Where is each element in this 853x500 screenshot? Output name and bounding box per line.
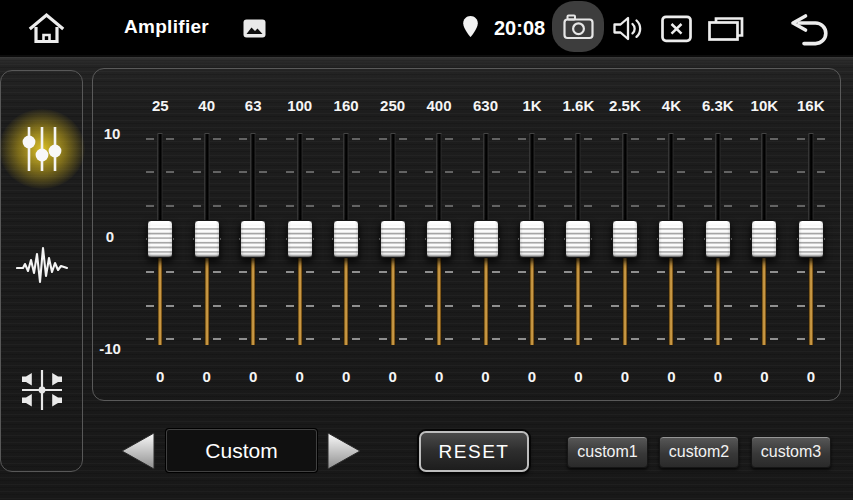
- slider-track-lower[interactable]: [483, 256, 488, 345]
- gallery-icon[interactable]: [243, 19, 266, 42]
- slider-track-lower[interactable]: [808, 256, 813, 345]
- band-slider[interactable]: [323, 123, 369, 345]
- slider-tick: [379, 271, 387, 273]
- slider-thumb[interactable]: [240, 220, 266, 258]
- slider-thumb[interactable]: [287, 220, 313, 258]
- slider-track-lower[interactable]: [251, 256, 256, 345]
- slider-thumb[interactable]: [565, 220, 591, 258]
- eq-band: 1K 0: [509, 95, 555, 387]
- band-slider[interactable]: [416, 123, 462, 345]
- slider-thumb[interactable]: [426, 220, 452, 258]
- band-slider[interactable]: [602, 123, 648, 345]
- band-slider[interactable]: [369, 123, 415, 345]
- slider-track-upper[interactable]: [808, 134, 813, 222]
- slider-track-lower[interactable]: [762, 256, 767, 345]
- slider-tick: [259, 171, 267, 173]
- slider-thumb[interactable]: [751, 220, 777, 258]
- slider-thumb[interactable]: [473, 220, 499, 258]
- recent-apps-icon[interactable]: [706, 15, 745, 47]
- slider-track-upper[interactable]: [437, 134, 442, 222]
- band-frequency-label: 400: [416, 95, 462, 117]
- slider-tick: [425, 338, 433, 340]
- slider-track-lower[interactable]: [390, 256, 395, 345]
- sidebar-item-sound-effects[interactable]: [15, 238, 69, 292]
- slider-tick: [492, 138, 500, 140]
- top-status-bar: Amplifier 20:08: [0, 0, 853, 57]
- slider-track-upper[interactable]: [158, 134, 163, 222]
- sidebar-item-equalizer[interactable]: [15, 122, 69, 176]
- slider-track-lower[interactable]: [297, 256, 302, 345]
- slider-track-lower[interactable]: [529, 256, 534, 345]
- slider-track-lower[interactable]: [204, 256, 209, 345]
- slider-tick: [724, 271, 732, 273]
- band-slider[interactable]: [695, 123, 741, 345]
- slider-tick: [750, 205, 758, 207]
- band-slider[interactable]: [230, 123, 276, 345]
- slider-thumb[interactable]: [705, 220, 731, 258]
- band-value-label: 0: [183, 367, 229, 387]
- band-slider[interactable]: [555, 123, 601, 345]
- preset-prev-button[interactable]: [120, 431, 156, 471]
- preset-custom1-button[interactable]: custom1: [567, 436, 648, 468]
- slider-track-lower[interactable]: [715, 256, 720, 345]
- slider-tick: [286, 271, 294, 273]
- band-slider[interactable]: [788, 123, 834, 345]
- slider-track-upper[interactable]: [715, 134, 720, 222]
- slider-thumb[interactable]: [658, 220, 684, 258]
- slider-track-upper[interactable]: [251, 134, 256, 222]
- slider-track-upper[interactable]: [529, 134, 534, 222]
- camera-button[interactable]: [552, 1, 604, 52]
- slider-track-upper[interactable]: [390, 134, 395, 222]
- slider-thumb[interactable]: [194, 220, 220, 258]
- slider-track-lower[interactable]: [437, 256, 442, 345]
- slider-track-upper[interactable]: [576, 134, 581, 222]
- home-icon[interactable]: [28, 11, 65, 50]
- slider-track-lower[interactable]: [669, 256, 674, 345]
- slider-tick: [750, 171, 758, 173]
- slider-track-lower[interactable]: [158, 256, 163, 345]
- band-slider[interactable]: [137, 123, 183, 345]
- slider-track-upper[interactable]: [297, 134, 302, 222]
- slider-tick: [631, 205, 639, 207]
- slider-thumb[interactable]: [519, 220, 545, 258]
- slider-tick: [379, 138, 387, 140]
- band-slider[interactable]: [741, 123, 787, 345]
- slider-track-upper[interactable]: [622, 134, 627, 222]
- eq-band: 6.3K 0: [695, 95, 741, 387]
- slider-tick: [306, 205, 314, 207]
- close-window-icon[interactable]: [661, 15, 692, 47]
- slider-tick: [332, 305, 340, 307]
- back-icon[interactable]: [786, 13, 835, 50]
- slider-track-lower[interactable]: [622, 256, 627, 345]
- preset-next-button[interactable]: [326, 431, 362, 471]
- slider-tick: [538, 305, 546, 307]
- preset-custom2-button[interactable]: custom2: [659, 436, 739, 468]
- slider-track-lower[interactable]: [576, 256, 581, 345]
- band-slider[interactable]: [462, 123, 508, 345]
- slider-thumb[interactable]: [798, 220, 824, 258]
- volume-icon[interactable]: [612, 13, 644, 48]
- preset-custom3-button[interactable]: custom3: [751, 436, 831, 468]
- preset-selector[interactable]: Custom: [166, 429, 317, 472]
- slider-thumb[interactable]: [380, 220, 406, 258]
- slider-thumb[interactable]: [147, 220, 173, 258]
- band-slider[interactable]: [276, 123, 322, 345]
- slider-thumb[interactable]: [612, 220, 638, 258]
- band-slider[interactable]: [648, 123, 694, 345]
- slider-tick: [286, 171, 294, 173]
- slider-track-upper[interactable]: [344, 134, 349, 222]
- band-slider[interactable]: [509, 123, 555, 345]
- slider-tick: [445, 271, 453, 273]
- slider-tick: [770, 305, 778, 307]
- slider-tick: [724, 305, 732, 307]
- slider-track-lower[interactable]: [344, 256, 349, 345]
- slider-track-upper[interactable]: [204, 134, 209, 222]
- slider-tick: [286, 138, 294, 140]
- slider-track-upper[interactable]: [669, 134, 674, 222]
- reset-button[interactable]: RESET: [419, 431, 529, 472]
- sidebar-item-balance-fader[interactable]: [15, 363, 69, 417]
- band-slider[interactable]: [183, 123, 229, 345]
- slider-track-upper[interactable]: [762, 134, 767, 222]
- slider-track-upper[interactable]: [483, 134, 488, 222]
- slider-thumb[interactable]: [333, 220, 359, 258]
